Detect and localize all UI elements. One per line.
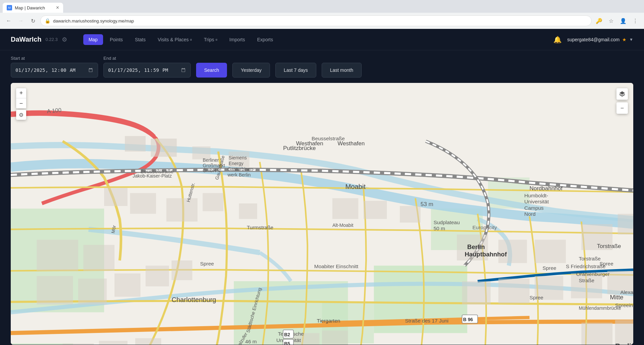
browser-toolbar-right: 🔑 ☆ 👤 ⋮	[594, 16, 640, 26]
menu-button[interactable]: ⋮	[631, 16, 640, 26]
svg-rect-36	[63, 343, 94, 345]
reload-button[interactable]: ↻	[28, 16, 38, 26]
svg-rect-15	[203, 193, 224, 211]
zoom-out-button[interactable]: −	[16, 98, 26, 108]
browser-chrome: M Map | Dawarich × ← → ↻ 🔒 dawarich.mari…	[0, 0, 644, 29]
svg-text:Energy: Energy	[229, 161, 243, 166]
svg-text:Straße: Straße	[579, 278, 594, 283]
end-date-input[interactable]	[103, 63, 191, 78]
nav-tab-trips[interactable]: Trips α	[198, 34, 223, 45]
map-container: A 100 Beusselstraße Putlitzbrücke Beusse…	[11, 83, 633, 345]
svg-rect-24	[618, 214, 633, 235]
svg-text:50 m: 50 m	[433, 226, 445, 231]
svg-text:Nord: Nord	[524, 211, 536, 217]
zoom-in-button[interactable]: +	[16, 88, 26, 98]
svg-rect-27	[37, 276, 73, 304]
svg-text:Jakob-Kaiser-Platz: Jakob-Kaiser-Platz	[133, 173, 172, 179]
svg-rect-19	[400, 206, 421, 223]
svg-text:Nordbahnhof: Nordbahnhof	[530, 185, 562, 192]
nav-tab-stats-label: Stats	[135, 37, 146, 42]
trips-alpha-badge: α	[216, 38, 217, 41]
svg-rect-9	[151, 139, 177, 157]
map-zoom-controls: + −	[16, 88, 26, 108]
nav-tab-visits[interactable]: Visits & Places α	[152, 34, 197, 45]
start-date-field: Start at	[11, 56, 98, 78]
nav-tab-trips-label: Trips	[204, 37, 214, 42]
notification-bell-icon[interactable]: 🔔	[553, 36, 562, 44]
end-date-field: End at	[103, 56, 191, 78]
svg-rect-39	[462, 281, 491, 305]
svg-text:Torstraße: Torstraße	[579, 256, 601, 261]
svg-text:GmbH: GmbH	[203, 168, 216, 173]
map-minimize-button[interactable]: −	[616, 102, 628, 114]
svg-rect-29	[114, 274, 140, 297]
svg-text:Spree: Spree	[543, 265, 556, 271]
search-button[interactable]: Search	[196, 63, 227, 78]
svg-text:werk Berlin: werk Berlin	[227, 172, 251, 178]
profile-button[interactable]: 👤	[618, 16, 628, 26]
nav-tab-imports[interactable]: Imports	[224, 34, 250, 45]
map-layers-button[interactable]	[616, 88, 628, 100]
svg-rect-40	[498, 279, 530, 303]
nav-tab-stats[interactable]: Stats	[130, 34, 151, 45]
nav-right: 🔔 supergate84@gmail.com ★ ▼	[553, 36, 633, 44]
svg-rect-28	[78, 279, 107, 304]
nav-tab-exports[interactable]: Exports	[252, 34, 278, 45]
svg-text:Gasturbinen-: Gasturbinen-	[228, 166, 255, 172]
app-brand: DaWarIch 0.22.3 ⚙	[11, 36, 67, 43]
svg-text:Europacity: Europacity	[472, 225, 497, 230]
yesterday-button[interactable]: Yesterday	[232, 63, 270, 78]
start-date-input[interactable]	[11, 63, 98, 78]
svg-text:Siemens: Siemens	[229, 155, 247, 160]
svg-rect-45	[615, 320, 633, 345]
svg-text:Berlin: Berlin	[615, 342, 633, 345]
svg-rect-17	[332, 198, 358, 219]
svg-text:Oranienburger: Oranienburger	[576, 271, 610, 277]
svg-text:46 m: 46 m	[245, 339, 257, 344]
app-wrapper: DaWarIch 0.22.3 ⚙ Map Points Stats Visit…	[0, 29, 644, 345]
svg-rect-25	[37, 240, 78, 271]
nav-tab-points-label: Points	[110, 37, 123, 42]
app-version: 0.22.3	[46, 37, 58, 42]
svg-text:Universität: Universität	[524, 199, 549, 204]
last7days-button[interactable]: Last 7 days	[275, 63, 316, 78]
map-settings-button[interactable]: ⚙	[16, 110, 26, 120]
tab-title: Map | Dawarich	[15, 5, 45, 10]
svg-text:Spree: Spree	[530, 295, 543, 300]
svg-rect-38	[135, 338, 161, 345]
nav-tab-map[interactable]: Map	[83, 34, 103, 45]
app-name: DaWarIch	[11, 36, 42, 43]
nav-tab-visits-label: Visits & Places	[158, 37, 189, 42]
last-month-button[interactable]: Last month	[322, 63, 362, 78]
forward-button[interactable]: →	[16, 16, 26, 26]
svg-text:Turmstraße: Turmstraße	[247, 225, 273, 230]
svg-rect-12	[104, 188, 128, 206]
controls-bar: Start at End at Search Yesterday Last 7 …	[0, 50, 644, 83]
svg-rect-14	[167, 198, 198, 222]
svg-text:Mühlen­dammbrücke: Mühlen­dammbrücke	[579, 305, 621, 311]
tab-close-button[interactable]: ×	[56, 5, 59, 10]
svg-text:Moabit: Moabit	[346, 183, 366, 190]
svg-text:Torstraße: Torstraße	[597, 243, 621, 249]
address-text: dawarich.mariushosting.synology.me/map	[53, 18, 134, 23]
address-bar[interactable]: 🔒 dawarich.mariushosting.synology.me/map	[40, 15, 592, 26]
nav-tab-points[interactable]: Points	[104, 34, 128, 45]
svg-text:Großmarkt: Großmarkt	[203, 163, 225, 168]
svg-text:Spree: Spree	[600, 261, 613, 267]
bookmark-button[interactable]: ☆	[606, 16, 616, 26]
svg-text:Campus: Campus	[524, 205, 544, 211]
svg-text:B 96: B 96	[463, 317, 473, 322]
svg-rect-22	[535, 240, 566, 263]
svg-text:Sudplateau: Sudplateau	[433, 219, 460, 225]
settings-gear-icon[interactable]: ⚙	[62, 36, 67, 43]
svg-text:Moabiter Einschnitt: Moabiter Einschnitt	[314, 263, 359, 269]
svg-text:Westhafen: Westhafen	[296, 140, 323, 147]
svg-text:Mitte: Mitte	[610, 294, 623, 301]
map-display[interactable]: A 100 Beusselstraße Putlitzbrücke Beusse…	[11, 83, 633, 345]
back-button[interactable]: ←	[4, 16, 13, 26]
password-icon-button[interactable]: 🔑	[594, 16, 604, 26]
svg-rect-31	[172, 260, 192, 280]
browser-tab[interactable]: M Map | Dawarich ×	[3, 3, 63, 13]
svg-text:Hauptbahnhof: Hauptbahnhof	[465, 251, 507, 258]
user-info[interactable]: supergate84@gmail.com ★ ▼	[567, 37, 633, 42]
